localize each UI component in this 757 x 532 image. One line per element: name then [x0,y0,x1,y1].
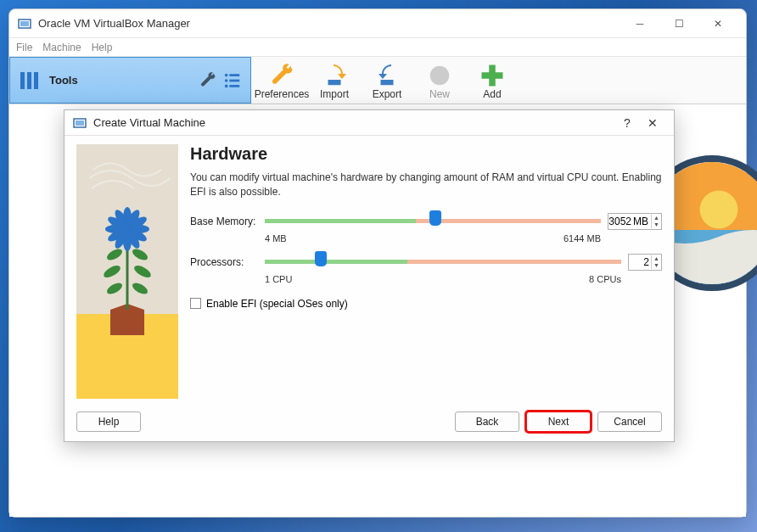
efi-row[interactable]: Enable EFI (special OSes only) [190,298,662,310]
wrench-icon[interactable] [198,71,216,90]
export-icon [374,63,400,88]
memory-row: Base Memory: 3052 MB ▲▼ [190,213,662,230]
help-button[interactable]: Help [76,412,141,432]
efi-label: Enable EFI (special OSes only) [206,298,348,310]
maximize-button[interactable]: ☐ [659,10,698,37]
wizard-titlebar: Create Virtual Machine ? ✕ [64,110,674,136]
memory-spinbox[interactable]: 3052 MB ▲▼ [608,213,662,230]
svg-rect-6 [229,74,239,76]
wizard-help-icon[interactable]: ? [614,116,640,130]
virtualbox-icon [18,17,31,31]
memory-slider-thumb[interactable] [429,210,441,226]
svg-rect-3 [27,72,31,89]
svg-point-7 [225,79,228,82]
wizard-description: You can modify virtual machine's hardwar… [190,171,662,199]
wizard-form: Hardware You can modify virtual machine'… [190,144,662,399]
spin-arrows-icon[interactable]: ▲▼ [651,255,661,269]
import-icon [322,63,347,88]
svg-point-13 [430,65,450,85]
menu-file[interactable]: File [16,42,32,53]
efi-checkbox[interactable] [190,298,201,309]
create-vm-wizard: Create Virtual Machine ? ✕ [64,109,675,442]
svg-rect-12 [381,80,394,85]
add-button[interactable]: Add [467,61,518,100]
list-icon[interactable] [223,71,242,90]
memory-slider[interactable] [265,216,601,227]
wizard-close-icon[interactable]: ✕ [640,116,665,130]
window-title: Oracle VM VirtualBox Manager [38,17,620,30]
tools-pane[interactable]: Tools [9,57,251,104]
svg-rect-15 [482,72,503,79]
svg-point-29 [131,247,149,263]
export-button[interactable]: Export [362,61,412,100]
new-button[interactable]: New [414,61,465,100]
memory-label: Base Memory: [190,216,258,227]
menu-help[interactable]: Help [92,42,113,53]
svg-rect-20 [76,120,84,126]
svg-rect-21 [110,310,144,335]
cpu-range-labels: 1 CPU 8 CPUs [190,274,662,284]
wizard-artwork [76,144,178,399]
back-button[interactable]: Back [455,412,519,432]
svg-rect-8 [229,79,239,81]
wizard-footer: Help Back Next Cancel [64,402,674,441]
spin-arrows-icon[interactable]: ▲▼ [651,215,661,228]
memory-range-labels: 4 MB 6144 MB [190,233,662,244]
cpu-row: Processors: 2 ▲▼ [190,254,662,271]
svg-rect-11 [328,80,341,85]
cancel-button[interactable]: Cancel [597,412,662,432]
plus-icon [479,63,505,88]
svg-rect-10 [229,85,239,87]
cpu-slider-thumb[interactable] [315,251,327,266]
svg-point-25 [131,281,149,297]
minimize-button[interactable]: ─ [620,10,659,37]
close-button[interactable]: ✕ [698,10,737,37]
cpu-slider[interactable] [265,256,621,268]
svg-point-26 [102,263,122,280]
svg-point-5 [225,73,228,76]
main-window: Oracle VM VirtualBox Manager ─ ☐ ✕ File … [8,8,747,518]
content-area: Create Virtual Machine ? ✕ [9,104,746,517]
svg-rect-4 [34,72,38,89]
svg-point-24 [105,281,124,297]
starburst-icon [427,63,452,88]
menubar: File Machine Help [9,38,746,57]
next-button[interactable]: Next [526,412,591,432]
cpu-spinbox[interactable]: 2 ▲▼ [628,254,662,271]
svg-point-17 [700,191,738,229]
import-button[interactable]: Import [309,61,360,100]
svg-rect-1 [20,21,29,26]
wizard-title: Create Virtual Machine [93,116,614,129]
tools-bars-icon [19,69,42,92]
svg-point-9 [225,84,228,87]
virtualbox-icon [73,116,87,130]
tools-label: Tools [49,74,191,87]
svg-point-27 [132,263,153,280]
wizard-heading: Hardware [190,144,662,164]
toolbar-buttons: Preferences Import Export New Add [251,57,746,104]
wizard-body: Hardware You can modify virtual machine'… [64,136,674,402]
svg-rect-2 [20,72,25,89]
titlebar: Oracle VM VirtualBox Manager ─ ☐ ✕ [9,9,746,38]
menu-machine[interactable]: Machine [42,42,81,53]
preferences-button[interactable]: Preferences [256,61,307,100]
svg-point-28 [105,247,124,263]
cpu-label: Processors: [190,256,258,268]
toolbar-row: Tools Preferences Import Export New [9,57,746,104]
wrench-large-icon [269,63,294,88]
